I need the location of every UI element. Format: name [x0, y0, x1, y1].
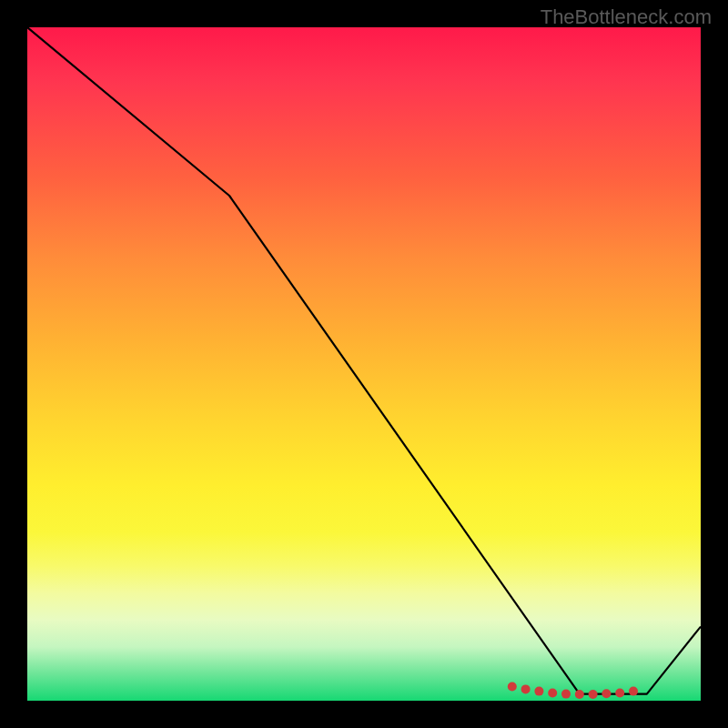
- marker-dot: [589, 690, 598, 699]
- marker-dot: [602, 689, 611, 698]
- marker-dot: [534, 687, 543, 696]
- chart-plot-area: [27, 27, 701, 701]
- marker-dot: [508, 682, 517, 692]
- marker-dot: [521, 684, 531, 693]
- curve-line: [27, 27, 701, 694]
- marker-dot: [548, 689, 557, 698]
- marker-dot: [629, 687, 638, 696]
- marker-dot: [575, 690, 584, 699]
- marker-dot: [561, 690, 571, 699]
- marker-dot: [615, 689, 624, 698]
- watermark-text: TheBottleneck.com: [541, 5, 712, 29]
- chart-svg: [27, 27, 701, 701]
